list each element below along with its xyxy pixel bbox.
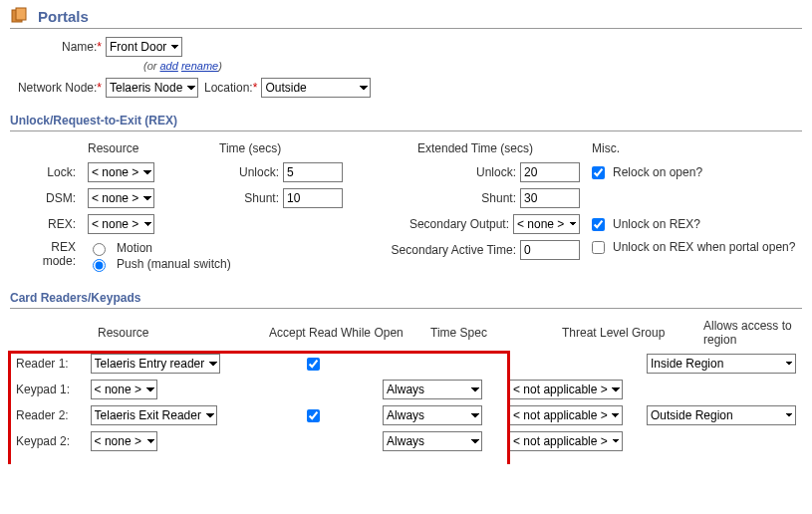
secondary-active-input[interactable]	[520, 240, 580, 260]
location-label: Location:*	[204, 81, 257, 95]
rex-mode-label: REX mode:	[10, 237, 82, 275]
dsm-select[interactable]: < none >	[88, 188, 154, 208]
unlock-on-rex-open-checkbox[interactable]	[592, 241, 605, 254]
network-node-select[interactable]: Telaeris Node	[106, 78, 198, 98]
rex-table: Resource Time (secs) Extended Time (secs…	[10, 137, 802, 275]
shunt-label: Shunt:	[219, 191, 279, 205]
location-select[interactable]: Outside	[261, 78, 371, 98]
add-link[interactable]: add	[160, 60, 178, 72]
shunt-input[interactable]	[283, 188, 343, 208]
xshunt-input[interactable]	[520, 188, 580, 208]
reader-row: Keypad 1:< none >Always< not applicable …	[10, 377, 802, 402]
reader-resource-select[interactable]: < none >	[91, 431, 157, 451]
portals-icon	[10, 6, 30, 26]
reader-row: Reader 1:Telaeris Entry readerInside Reg…	[10, 351, 802, 377]
rex-mode-push-label: Push (manual switch)	[117, 257, 231, 271]
reader-resource-select[interactable]: < none >	[91, 380, 157, 399]
xshunt-label: Shunt:	[481, 191, 516, 205]
readers-body-table: Reader 1:Telaeris Entry readerInside Reg…	[10, 351, 802, 454]
unlock-on-rex-open-label: Unlock on REX when portal open?	[613, 240, 795, 254]
lock-select[interactable]: < none >	[88, 162, 154, 182]
secondary-output-label: Secondary Output:	[409, 217, 509, 231]
reader-row-label: Reader 2:	[10, 402, 85, 428]
readers-col-resource: Resource	[92, 315, 263, 351]
reader-resource-select[interactable]: Telaeris Exit Reader	[91, 405, 217, 425]
unlock-on-rex-checkbox[interactable]	[592, 218, 605, 231]
col-xtime: Extended Time (secs)	[365, 137, 586, 159]
rex-section-title: Unlock/Request-to-Exit (REX)	[10, 114, 802, 131]
unlock-on-rex-label: Unlock on REX?	[613, 217, 700, 231]
secondary-active-label: Secondary Active Time:	[392, 243, 516, 257]
reader-row-label: Keypad 1:	[10, 377, 85, 402]
rename-link[interactable]: rename	[181, 60, 218, 72]
timespec-select[interactable]: Always	[383, 380, 482, 399]
reader-row: Keypad 2:< none >Always< not applicable …	[10, 428, 802, 454]
accept-read-checkbox[interactable]	[307, 409, 320, 422]
reader-row-label: Keypad 2:	[10, 428, 85, 454]
page-title: Portals	[38, 8, 89, 25]
rex-mode-motion-radio[interactable]	[93, 243, 106, 256]
readers-section-title: Card Readers/Keypads	[10, 291, 802, 309]
col-misc: Misc.	[586, 137, 802, 159]
readers-col-threat: Threat Level Group	[556, 315, 697, 351]
timespec-select[interactable]: Always	[383, 405, 482, 425]
readers-header-table: Resource Accept Read While Open Time Spe…	[10, 315, 802, 351]
accept-read-checkbox[interactable]	[307, 358, 320, 371]
dsm-label: DSM:	[10, 185, 82, 211]
rex-select[interactable]: < none >	[88, 214, 154, 234]
col-time: Time (secs)	[213, 137, 365, 159]
relock-checkbox[interactable]	[592, 166, 605, 179]
reader-row-label: Reader 1:	[10, 351, 85, 377]
threat-select[interactable]: < not applicable >	[509, 380, 623, 399]
xunlock-input[interactable]	[520, 162, 580, 182]
svg-rect-1	[16, 8, 26, 20]
network-node-label: Network Node:*	[10, 81, 106, 95]
rex-label: REX:	[10, 211, 82, 237]
region-select[interactable]: Outside Region	[647, 405, 796, 425]
readers-col-accept: Accept Read While Open	[263, 315, 424, 351]
region-select[interactable]: Inside Region	[647, 354, 796, 374]
reader-row: Reader 2:Telaeris Exit ReaderAlways< not…	[10, 402, 802, 428]
page-header: Portals	[10, 0, 802, 29]
col-resource: Resource	[82, 137, 213, 159]
lock-label: Lock:	[10, 159, 82, 185]
name-select[interactable]: Front Door	[106, 37, 182, 57]
readers-col-region: Allows access to region	[697, 315, 802, 351]
reader-resource-select[interactable]: Telaeris Entry reader	[91, 354, 220, 374]
secondary-output-select[interactable]: < none >	[513, 214, 580, 234]
threat-select[interactable]: < not applicable >	[509, 431, 623, 451]
name-label: Name:*	[10, 40, 106, 54]
unlock-input[interactable]	[283, 162, 343, 182]
name-hint: (or add rename)	[143, 60, 802, 72]
threat-select[interactable]: < not applicable >	[509, 405, 623, 425]
relock-label: Relock on open?	[613, 165, 702, 179]
unlock-label: Unlock:	[219, 165, 279, 179]
rex-mode-motion-label: Motion	[117, 241, 152, 255]
xunlock-label: Unlock:	[476, 165, 516, 179]
rex-mode-push-radio[interactable]	[93, 259, 106, 272]
readers-col-timespec: Time Spec	[424, 315, 556, 351]
timespec-select[interactable]: Always	[383, 431, 482, 451]
